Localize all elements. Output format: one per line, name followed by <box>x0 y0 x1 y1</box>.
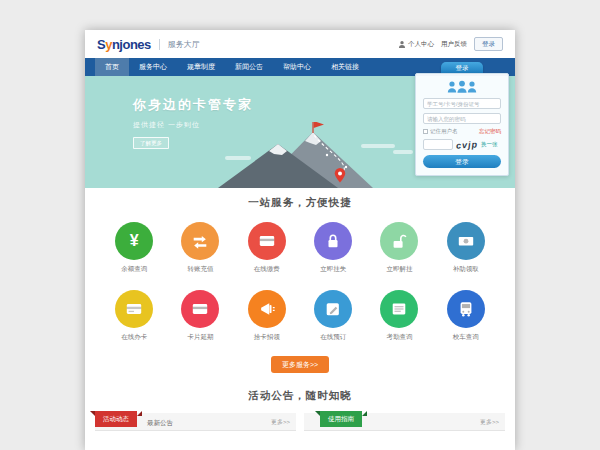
tab-activity-news[interactable]: 活动动态 <box>95 411 137 427</box>
nav-item-home[interactable]: 首页 <box>95 58 129 76</box>
login-panel: 登录 记住用户名 忘记密码 cvjp <box>415 62 509 176</box>
service-item-release-loss[interactable]: 立即解挂 <box>366 222 432 274</box>
nav-item-related-links[interactable]: 相关链接 <box>321 58 369 76</box>
cloud-decoration <box>393 150 413 154</box>
guide-panel: 使用指南 更多>> <box>304 413 505 450</box>
card-icon <box>181 290 219 328</box>
bus-icon <box>447 290 485 328</box>
lock-icon <box>314 222 352 260</box>
username-input[interactable] <box>423 98 501 109</box>
logo-text: njones <box>112 37 151 52</box>
megaphone-icon <box>248 290 286 328</box>
login-submit-button[interactable]: 登录 <box>423 155 501 168</box>
edit-icon <box>314 290 352 328</box>
nav-item-regulations[interactable]: 规章制度 <box>177 58 225 76</box>
transfer-icon <box>181 222 219 260</box>
banknote-icon <box>447 222 485 260</box>
service-item-transfer-recharge[interactable]: 转账充值 <box>167 222 233 274</box>
logo-text: S <box>97 37 105 52</box>
user-feedback-link[interactable]: 用户反馈 <box>441 40 467 49</box>
logo[interactable]: Synjones <box>97 37 151 52</box>
login-tab[interactable]: 登录 <box>441 62 483 73</box>
nav-item-news[interactable]: 新闻公告 <box>225 58 273 76</box>
password-input[interactable] <box>423 113 501 124</box>
guide-panel-body <box>304 431 505 450</box>
nav-item-service-center[interactable]: 服务中心 <box>129 58 177 76</box>
page-container: Synjones 服务大厅 个人中心 用户反馈 登录 首页 服务中心 规章制度 … <box>85 30 515 450</box>
services-section: 一站服务，方便快捷 ¥ 余额查询 转账充值 在线缴费 <box>85 188 515 373</box>
service-item-balance-inquiry[interactable]: ¥ 余额查询 <box>101 222 167 274</box>
captcha-input[interactable] <box>423 139 453 150</box>
forgot-password-link[interactable]: 忘记密码 <box>479 128 501 135</box>
activity-panel-body <box>95 431 296 450</box>
header-login-button[interactable]: 登录 <box>474 37 503 51</box>
announcements-title: 活动公告，随时知晓 <box>85 389 515 403</box>
service-item-online-card[interactable]: 在线办卡 <box>101 290 167 342</box>
site-name: 服务大厅 <box>159 39 200 50</box>
services-grid: ¥ 余额查询 转账充值 在线缴费 立即挂失 <box>101 222 499 342</box>
card-icon <box>248 222 286 260</box>
service-item-online-payment[interactable]: 在线缴费 <box>234 222 300 274</box>
service-item-attendance-query[interactable]: 考勤查询 <box>366 290 432 342</box>
service-item-subsidy-collect[interactable]: 补助领取 <box>433 222 499 274</box>
tab-usage-guide[interactable]: 使用指南 <box>320 411 362 427</box>
attendance-icon <box>380 290 418 328</box>
service-item-online-booking[interactable]: 在线预订 <box>300 290 366 342</box>
person-icon <box>398 40 406 49</box>
more-services-button[interactable]: 更多服务>> <box>271 356 329 373</box>
unlock-icon <box>380 222 418 260</box>
guide-more-link[interactable]: 更多>> <box>480 415 499 430</box>
announcements-section: 活动公告，随时知晓 活动动态 最新公告 更多>> 使用指南 更多>> <box>85 389 515 450</box>
service-item-bus-query[interactable]: 校车查询 <box>433 290 499 342</box>
remember-checkbox[interactable] <box>423 129 428 134</box>
activity-panel: 活动动态 最新公告 更多>> <box>95 413 296 450</box>
service-item-card-found[interactable]: 拾卡招领 <box>234 290 300 342</box>
remember-label: 记住用户名 <box>430 128 458 135</box>
yen-icon: ¥ <box>115 222 153 260</box>
personal-center-link[interactable]: 个人中心 <box>398 40 434 49</box>
captcha-refresh-link[interactable]: 换一张 <box>481 141 498 148</box>
hero-cta-button[interactable]: 了解更多 <box>133 137 169 149</box>
users-icon <box>446 80 478 94</box>
header: Synjones 服务大厅 个人中心 用户反馈 登录 <box>85 30 515 58</box>
service-item-card-renewal[interactable]: 卡片延期 <box>167 290 233 342</box>
card-icon <box>115 290 153 328</box>
hero-title: 你身边的卡管专家 <box>133 96 253 114</box>
tab-latest-announcements[interactable]: 最新公告 <box>137 415 183 430</box>
services-title: 一站服务，方便快捷 <box>85 196 515 210</box>
nav-item-help-center[interactable]: 帮助中心 <box>273 58 321 76</box>
mountain-illustration <box>203 122 393 188</box>
service-item-report-loss[interactable]: 立即挂失 <box>300 222 366 274</box>
activity-more-link[interactable]: 更多>> <box>271 415 290 430</box>
logo-accent: y <box>105 37 112 52</box>
captcha-image[interactable]: cvjp <box>456 139 479 151</box>
